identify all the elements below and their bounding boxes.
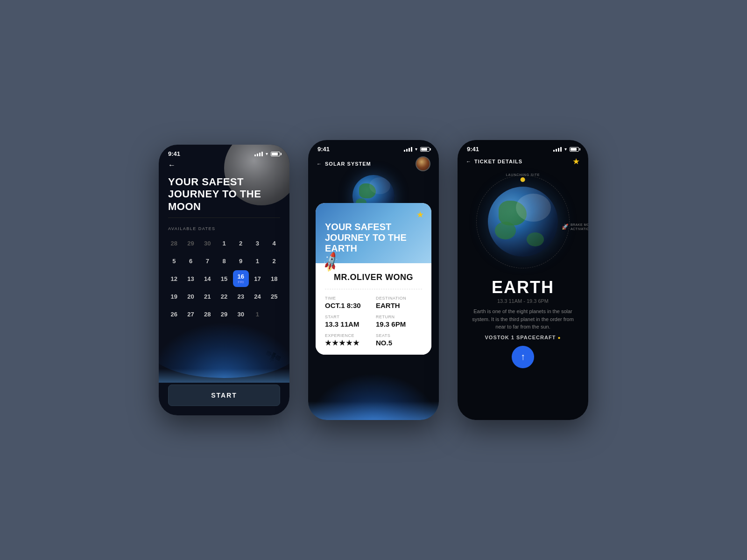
user-avatar[interactable]	[416, 156, 430, 171]
stars-rating: ★ ★ ★ ★ ★	[325, 339, 371, 347]
seats-label: Seats	[376, 333, 422, 338]
wifi-icon: ▾	[266, 151, 268, 156]
signal-icon	[404, 147, 412, 152]
star-2: ★	[332, 339, 338, 347]
cal-cell[interactable]: 24	[250, 288, 266, 305]
cal-cell[interactable]: 2	[233, 235, 249, 252]
earth-bottom-container	[308, 359, 439, 420]
star-4: ★	[346, 339, 352, 347]
nav-left: ← SOLAR SYSTEM	[317, 161, 371, 167]
cal-cell[interactable]: 19	[166, 288, 182, 305]
start-field: Start 13.3 11AM	[325, 315, 371, 329]
calendar-grid: 28 29 30 1 2 3 4 5 6 7 8 9 1 2	[159, 235, 289, 322]
start-label: Start	[325, 315, 371, 319]
cal-cell[interactable]: 25	[266, 288, 282, 305]
destination-label: Destination	[376, 296, 422, 301]
available-dates-label: AVAILABLE DATES	[159, 220, 289, 235]
planet-description: Earth is one of the eight planets in the…	[467, 308, 579, 331]
phone-3-screen: 9:41 ▾ ← TIC	[458, 140, 588, 420]
cal-cell[interactable]: 4	[266, 235, 282, 252]
phone-1-status-bar: 9:41 ▾	[159, 145, 289, 159]
cal-cell[interactable]: 13	[183, 270, 199, 287]
start-button[interactable]: START	[168, 385, 280, 406]
star-1: ★	[325, 339, 331, 347]
phone-3-nav: ← TICKET DETAILS ★	[458, 154, 588, 170]
cal-cell[interactable]: 17	[250, 270, 266, 287]
cal-cell[interactable]: 2	[266, 252, 282, 269]
time-value: OCT.1 8:30	[325, 301, 361, 309]
brake-label: BRAKE MOTORACTIVATION	[571, 223, 588, 231]
calendar-row-4: 19 20 21 22 23 24 25	[166, 288, 282, 305]
phone-3-status-icons: ▾	[553, 147, 579, 152]
earth-3d-model	[488, 187, 558, 257]
phone-1-screen: 9:41 ▾ ←	[159, 145, 289, 415]
cal-cell[interactable]: 9	[233, 252, 249, 269]
return-value: 19.3 6PM	[376, 320, 406, 328]
phone-2-status-bar: 9:41 ▾	[308, 140, 439, 154]
experience-field: Experience ★ ★ ★ ★ ★	[325, 333, 371, 347]
star-3: ★	[339, 339, 345, 347]
calendar-row-2: 5 6 7 8 9 1 2	[166, 252, 282, 269]
wifi-icon: ▾	[564, 147, 567, 152]
cal-cell[interactable]: 29	[183, 235, 199, 252]
cal-cell[interactable]: 6	[183, 252, 199, 269]
hero-title: YOUR SAFEST JOURNEY TO THE MOON	[168, 176, 280, 213]
cal-cell[interactable]: 14	[199, 270, 215, 287]
cal-cell[interactable]: 18	[266, 270, 282, 287]
back-arrow-3[interactable]: ←	[466, 159, 472, 164]
action-button[interactable]: ↑	[512, 346, 534, 368]
favorite-star-button[interactable]: ★	[572, 156, 580, 167]
cal-cell	[266, 306, 282, 322]
cal-cell[interactable]: 23	[233, 288, 249, 305]
cal-cell[interactable]: 22	[216, 288, 232, 305]
cal-cell[interactable]: 28	[166, 235, 182, 252]
seats-field: Seats NO.5	[376, 333, 422, 347]
planet-name: EARTH	[467, 278, 579, 297]
brake-motor: 🚀 BRAKE MOTORACTIVATION	[562, 223, 588, 231]
cal-cell[interactable]: 3	[250, 235, 266, 252]
cal-cell-selected[interactable]: 16 FRI	[233, 270, 249, 287]
ticket-divider	[325, 289, 422, 289]
cal-cell[interactable]: 29	[216, 306, 232, 322]
phone-2: 9:41 ▾ ← SOL	[308, 140, 439, 420]
phone-2-time: 9:41	[317, 146, 330, 153]
planet-dates: 13.3 11AM - 19.3 6PM	[467, 298, 579, 304]
orbit-circle: LAUNCHING SITE 🚀 BRAKE MOTORACTIVATION	[476, 175, 570, 268]
launch-dot	[521, 177, 525, 182]
cal-cell[interactable]: 12	[166, 270, 182, 287]
cal-cell[interactable]: 15	[216, 270, 232, 287]
cal-cell[interactable]: 1	[250, 306, 266, 322]
orbit-display: LAUNCHING SITE 🚀 BRAKE MOTORACTIVATION	[465, 170, 581, 273]
cal-cell[interactable]: 30	[233, 306, 249, 322]
cal-cell[interactable]: 1	[250, 252, 266, 269]
cal-cell[interactable]: 30	[199, 235, 215, 252]
earth-horizon-glow	[308, 401, 439, 420]
cal-cell[interactable]: 7	[199, 252, 215, 269]
cal-cell[interactable]: 26	[166, 306, 182, 322]
cal-cell[interactable]: 1	[216, 235, 232, 252]
wifi-icon: ▾	[415, 147, 417, 152]
launch-site: LAUNCHING SITE	[506, 173, 540, 182]
cal-cell[interactable]: 21	[199, 288, 215, 305]
cal-cell[interactable]: 8	[216, 252, 232, 269]
earth-glow	[159, 369, 289, 383]
nav-title: SOLAR SYSTEM	[325, 161, 371, 167]
signal-icon	[553, 147, 562, 152]
cal-cell[interactable]: 28	[199, 306, 215, 322]
cal-cell[interactable]: 5	[166, 252, 182, 269]
favorite-star-icon[interactable]: ★	[416, 210, 424, 220]
cal-cell[interactable]: 20	[183, 288, 199, 305]
spacecraft-label: VOSTOK 1 SPACECRAFT	[485, 335, 556, 340]
phone-1: 9:41 ▾ ←	[159, 145, 289, 415]
phone-2-screen: 9:41 ▾ ← SOL	[308, 140, 439, 420]
phone-3: 9:41 ▾ ← TIC	[458, 140, 588, 420]
ticket-title: YOUR SAFEST JOURNEY TO THE EARTH	[325, 222, 422, 254]
back-arrow[interactable]: ←	[317, 161, 322, 167]
return-label: Return	[376, 315, 422, 319]
battery-icon	[271, 152, 280, 156]
hero-section: YOUR SAFEST JOURNEY TO THE MOON	[159, 171, 289, 213]
spacecraft-dot: ●	[557, 335, 561, 340]
return-field: Return 19.3 6PM	[376, 315, 422, 329]
back-button[interactable]: ←	[159, 159, 289, 171]
cal-cell[interactable]: 27	[183, 306, 199, 322]
